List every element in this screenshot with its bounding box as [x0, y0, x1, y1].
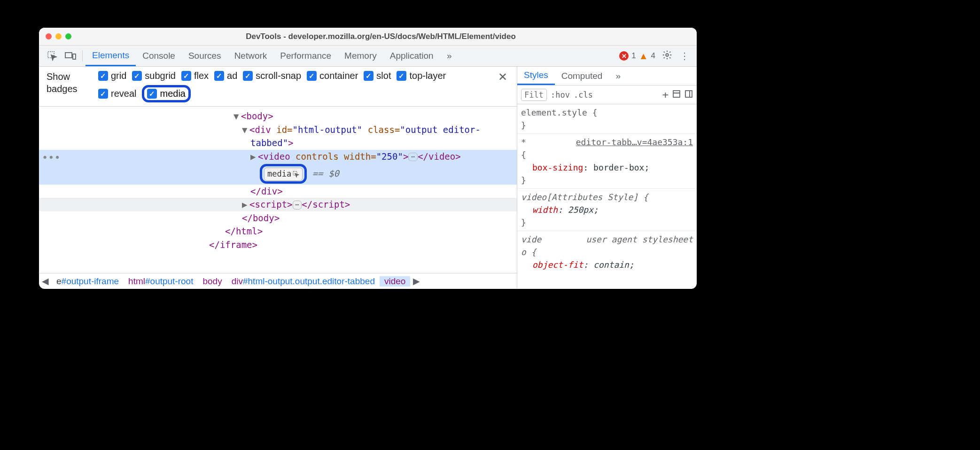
- panel-toggle-icon[interactable]: [684, 90, 693, 100]
- scroll-left-icon[interactable]: ◀: [39, 276, 52, 287]
- badge-label: Showbadges: [47, 70, 89, 95]
- badge-flex[interactable]: ✓flex: [181, 70, 209, 81]
- dom-media-badge-row: media == $0: [39, 163, 517, 185]
- stylesheet-link[interactable]: editor-tabb…v=4ae353a:1: [576, 136, 693, 148]
- inspect-icon: [293, 171, 299, 178]
- device-icon[interactable]: [64, 50, 77, 62]
- checkbox-icon[interactable]: ✓: [243, 71, 253, 81]
- dom-body[interactable]: ▼<body>: [39, 109, 517, 123]
- computed-toggle-icon[interactable]: [672, 90, 681, 100]
- dom-script[interactable]: ▶<script>⋯</script>: [39, 198, 517, 211]
- rule-star[interactable]: *editor-tabb…v=4ae353a:1: [521, 136, 693, 148]
- disclosure-triangle-icon[interactable]: ▶: [242, 198, 249, 211]
- svg-rect-6: [685, 91, 692, 97]
- rule-element-style[interactable]: element.style {: [521, 106, 693, 119]
- dom-body-close[interactable]: </body>: [39, 211, 517, 225]
- badge-media-highlighted[interactable]: ✓media: [142, 85, 190, 102]
- zoom-icon[interactable]: [65, 33, 71, 39]
- checkbox-icon[interactable]: ✓: [147, 89, 157, 99]
- svg-point-3: [666, 54, 669, 56]
- svg-rect-5: [673, 91, 680, 97]
- tab-computed[interactable]: Computed: [555, 67, 609, 85]
- badge-subgrid[interactable]: ✓subgrid: [132, 70, 176, 81]
- tab-memory[interactable]: Memory: [338, 46, 383, 66]
- divider: [82, 50, 83, 62]
- side-tabs: Styles Computed »: [517, 67, 697, 85]
- tab-styles[interactable]: Styles: [517, 67, 555, 85]
- dom-div-open[interactable]: ▼<div id="html-output" class="output edi…: [39, 123, 517, 137]
- badge-list: ✓grid ✓subgrid ✓flex ✓ad ✓scroll-snap ✓c…: [98, 70, 455, 102]
- error-icon[interactable]: ✕: [619, 51, 629, 61]
- checkbox-icon[interactable]: ✓: [214, 71, 224, 81]
- breadcrumb: ◀ e#output-iframe html#output-root body …: [39, 273, 517, 289]
- badge-top-layer[interactable]: ✓top-layer: [397, 70, 446, 81]
- inspect-icon[interactable]: [46, 50, 58, 62]
- close-badges-icon[interactable]: ✕: [496, 70, 509, 84]
- settings-icon[interactable]: [658, 50, 676, 62]
- media-badge-highlighted[interactable]: media: [260, 164, 307, 184]
- disclosure-triangle-icon[interactable]: ▼: [242, 123, 249, 137]
- window-title: DevTools - developer.mozilla.org/en-US/d…: [71, 32, 690, 41]
- ellipsis-badge[interactable]: ⋯: [408, 153, 418, 162]
- devtools-window: DevTools - developer.mozilla.org/en-US/d…: [39, 28, 697, 289]
- svg-rect-2: [73, 54, 76, 59]
- dom-tree[interactable]: ▼<body> ▼<div id="html-output" class="ou…: [39, 107, 517, 273]
- ellipsis-badge[interactable]: ⋯: [293, 201, 302, 209]
- bc-html[interactable]: html#output-root: [124, 276, 198, 287]
- rule-video-attrs[interactable]: video[Attributes Style] {: [521, 191, 693, 203]
- warning-count: 4: [651, 51, 655, 61]
- rule-video-ua[interactable]: videuser agent stylesheet: [521, 233, 693, 246]
- svg-rect-1: [65, 53, 72, 58]
- checkbox-icon[interactable]: ✓: [307, 71, 317, 81]
- equals-zero: == $0: [307, 168, 339, 178]
- checkbox-icon[interactable]: ✓: [181, 71, 191, 81]
- status-area: ✕ 1 ▲ 4: [616, 51, 658, 62]
- checkbox-icon[interactable]: ✓: [132, 71, 142, 81]
- tab-application[interactable]: Application: [383, 46, 440, 66]
- disclosure-triangle-icon[interactable]: ▶: [250, 150, 258, 163]
- styles-pane: Styles Computed » :hov .cls + element.st…: [517, 67, 697, 289]
- scroll-right-icon[interactable]: ▶: [410, 276, 423, 287]
- checkbox-icon[interactable]: ✓: [364, 71, 373, 81]
- badge-grid[interactable]: ✓grid: [98, 70, 126, 81]
- bc-iframe[interactable]: e#output-iframe: [52, 276, 124, 287]
- new-rule-icon[interactable]: +: [662, 89, 669, 101]
- checkbox-icon[interactable]: ✓: [397, 71, 406, 81]
- styles-content[interactable]: element.style { } *editor-tabb…v=4ae353a…: [517, 104, 697, 289]
- more-tabs-icon[interactable]: »: [443, 50, 456, 62]
- dom-div-cont[interactable]: tabbed">: [39, 136, 517, 150]
- kebab-menu-icon[interactable]: ⋮: [676, 50, 693, 62]
- disclosure-triangle-icon[interactable]: ▼: [233, 109, 241, 123]
- dom-iframe-close[interactable]: </iframe>: [39, 238, 517, 252]
- checkbox-icon[interactable]: ✓: [98, 89, 108, 99]
- badge-ad[interactable]: ✓ad: [214, 70, 237, 81]
- hov-button[interactable]: :hov: [551, 90, 570, 100]
- dom-html-close[interactable]: </html>: [39, 225, 517, 238]
- badge-reveal[interactable]: ✓reveal: [98, 88, 136, 99]
- tab-network[interactable]: Network: [228, 46, 274, 66]
- warning-icon[interactable]: ▲: [639, 51, 648, 62]
- checkbox-icon[interactable]: ✓: [98, 71, 108, 81]
- close-icon[interactable]: [46, 33, 52, 39]
- dom-div-close[interactable]: </div>: [39, 185, 517, 198]
- badge-slot[interactable]: ✓slot: [364, 70, 391, 81]
- bc-div[interactable]: div#html-output.output.editor-tabbed: [227, 276, 380, 287]
- bc-video[interactable]: video: [380, 276, 410, 287]
- badge-scroll-snap[interactable]: ✓scroll-snap: [243, 70, 301, 81]
- tab-console[interactable]: Console: [136, 46, 182, 66]
- bc-body[interactable]: body: [198, 276, 226, 287]
- more-side-tabs-icon[interactable]: »: [609, 67, 627, 85]
- error-count: 1: [631, 51, 636, 61]
- minimize-icon[interactable]: [55, 33, 62, 39]
- tab-sources[interactable]: Sources: [182, 46, 228, 66]
- tab-elements[interactable]: Elements: [86, 46, 136, 66]
- dom-video-selected[interactable]: •••▶<video controls width="250">⋯</video…: [39, 150, 517, 163]
- titlebar: DevTools - developer.mozilla.org/en-US/d…: [39, 28, 697, 46]
- filter-input[interactable]: [521, 89, 547, 101]
- overflow-dots-icon[interactable]: •••: [42, 150, 61, 165]
- tab-performance[interactable]: Performance: [273, 46, 338, 66]
- cls-button[interactable]: .cls: [574, 90, 593, 100]
- ua-label: user agent stylesheet: [586, 233, 693, 246]
- badge-container[interactable]: ✓container: [307, 70, 358, 81]
- main-split: Showbadges ✓grid ✓subgrid ✓flex ✓ad ✓scr…: [39, 67, 697, 289]
